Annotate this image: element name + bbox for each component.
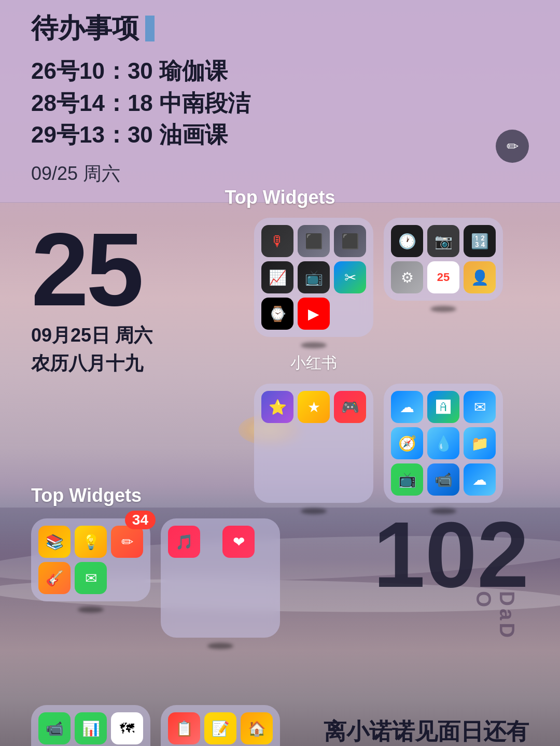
big-number: 102 <box>373 508 529 601</box>
folder-bottom-mid[interactable]: 🎵 ❤ <box>161 518 280 638</box>
calendar-date-line2: 农历八月十九 <box>31 349 202 377</box>
app-zoom[interactable]: 📹 <box>427 463 459 496</box>
notification-badge: 34 <box>125 511 156 529</box>
app-airdrop[interactable]: 💧 <box>427 427 459 459</box>
app-facetime2[interactable]: 📹 <box>38 712 71 744</box>
app-notes[interactable]: 📝 <box>204 712 236 744</box>
app-watch[interactable]: ⌚ <box>261 298 293 330</box>
folder-shadow-bottom-mid <box>207 643 233 649</box>
folder-top-right[interactable]: 🕐 📷 🔢 ⚙ 25 👤 <box>384 218 503 312</box>
app-cloud[interactable]: ☁ <box>464 463 496 496</box>
app-numbers[interactable]: 📊 <box>75 712 107 744</box>
todo-date: 09/25 周六 <box>31 161 529 187</box>
main-content: Top Widgets 25 09月25日 周六 农历八月十九 🎙 ⬛ ⬛ 📈 … <box>0 187 560 746</box>
folder-shadow-top-right <box>430 306 456 312</box>
top-widgets-label-bottom: Top Widgets <box>31 485 142 506</box>
app-youtube[interactable]: ▶ <box>298 298 330 330</box>
folder-bg-mid-left[interactable]: ⭐ ★ 🎮 <box>254 384 373 503</box>
todo-widget: 待办事项 26号10：30 瑜伽课 28号14：18 中南段洁 29号13：30… <box>0 0 560 203</box>
app-stocks[interactable]: 📈 <box>261 261 293 293</box>
app-health[interactable]: ❤ <box>222 526 255 558</box>
app-widget-kit[interactable]: ⬛ <box>298 225 330 257</box>
app-star[interactable]: ★ <box>298 391 330 423</box>
app-remote[interactable]: ⬛ <box>334 225 366 257</box>
folder-bg-top-right[interactable]: 🕐 📷 🔢 ⚙ 25 👤 <box>384 218 503 301</box>
todo-title-text: 待办事项 <box>31 10 139 47</box>
app-settings[interactable]: ⚙ <box>391 261 423 293</box>
top-widgets-label-top: Top Widgets <box>225 187 335 208</box>
xiaohongshu-label: 小红书 <box>254 353 373 374</box>
edit-button[interactable]: ✏ <box>496 130 529 163</box>
app-mail[interactable]: ✉ <box>464 391 496 423</box>
app-voice-memos[interactable]: 🎙 <box>261 225 293 257</box>
app-craft[interactable]: ✏ <box>111 526 143 558</box>
folder-bg-bottom-row-left[interactable]: 📹 📊 🗺 🗺 <box>31 705 150 746</box>
app-home[interactable]: 🏠 <box>241 712 273 744</box>
empty-slot-2 <box>111 562 143 594</box>
folder-bg-bottom-row-mid[interactable]: 📋 📝 🏠 <box>161 705 280 746</box>
app-calculator[interactable]: 🔢 <box>464 225 496 257</box>
todo-item-1: 26号10：30 瑜伽课 <box>31 55 529 87</box>
todo-item-3: 29号13：30 油画课 <box>31 119 529 151</box>
app-calendar[interactable]: 25 <box>427 261 459 293</box>
cursor <box>145 16 155 41</box>
app-music[interactable]: 🎵 <box>168 526 200 558</box>
watermark: DaDO <box>472 591 519 640</box>
app-contacts[interactable]: 👤 <box>464 261 496 293</box>
empty-slot <box>334 298 366 330</box>
folder-mid-right[interactable]: ☁ 🅰 ✉ 🧭 💧 📁 📺 📹 ☁ <box>384 384 503 514</box>
calendar-day-number: 25 <box>31 218 202 321</box>
app-camera[interactable]: 📷 <box>427 225 459 257</box>
app-reminders[interactable]: 📋 <box>168 712 200 744</box>
app-clips[interactable]: ✂ <box>334 261 366 293</box>
folder-bg-top-left[interactable]: 🎙 ⬛ ⬛ 📈 📺 ✂ ⌚ ▶ <box>254 218 373 337</box>
app-game[interactable]: 🎮 <box>334 391 366 423</box>
app-google-maps[interactable]: 🗺 <box>111 712 143 744</box>
app-clock[interactable]: 🕐 <box>391 225 423 257</box>
folder-shadow-mid-left <box>301 508 327 514</box>
app-books[interactable]: 📚 <box>38 526 71 558</box>
app-weather[interactable]: ☁ <box>391 391 423 423</box>
meeting-countdown-text: 离小诺诺见面日还有 <box>324 715 529 746</box>
calendar-widget-large: 25 09月25日 周六 农历八月十九 <box>31 218 202 377</box>
folder-bg-bottom-left[interactable]: 📚 💡 ✏ 🎸 ✉ <box>31 518 150 601</box>
app-files[interactable]: 📁 <box>464 427 496 459</box>
folder-bg-mid-right[interactable]: ☁ 🅰 ✉ 🧭 💧 📁 📺 📹 ☁ <box>384 384 503 503</box>
app-apple-tv[interactable]: 📺 <box>298 261 330 293</box>
app-shortcuts[interactable]: ⭐ <box>261 391 293 423</box>
folder-bg-bottom-mid[interactable]: 🎵 ❤ <box>161 518 280 638</box>
folder-bottom-row-left[interactable]: 📹 📊 🗺 🗺 <box>31 705 150 746</box>
app-guitar[interactable]: 🎸 <box>38 562 71 594</box>
meeting-countdown: 离小诺诺见面日还有 2022.01.05 <box>324 715 529 746</box>
folder-top-left[interactable]: 🎙 ⬛ ⬛ 📈 📺 ✂ ⌚ ▶ <box>254 218 373 348</box>
folder-bottom-left[interactable]: 📚 💡 ✏ 🎸 ✉ 34 <box>31 518 150 638</box>
app-safari[interactable]: 🧭 <box>391 427 423 459</box>
folder-shadow-bottom-left <box>78 607 104 613</box>
folder-shadow-top-left <box>301 342 327 348</box>
calendar-date-line1: 09月25日 周六 <box>31 321 202 349</box>
todo-title: 待办事项 <box>31 10 529 47</box>
todo-item-2: 28号14：18 中南段洁 <box>31 87 529 119</box>
folder-bottom-row-mid[interactable]: 📋 📝 🏠 <box>161 705 280 746</box>
app-message[interactable]: ✉ <box>75 562 107 594</box>
app-appstore[interactable]: 🅰 <box>427 391 459 423</box>
app-facetime[interactable]: 📺 <box>391 463 423 496</box>
app-tips[interactable]: 💡 <box>75 526 107 558</box>
folder-mid-left[interactable]: ⭐ ★ 🎮 <box>254 384 373 514</box>
